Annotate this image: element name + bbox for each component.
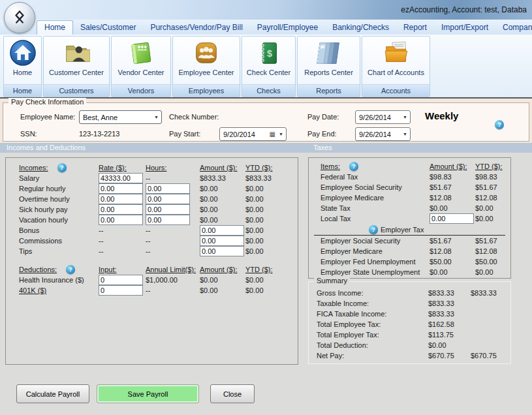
sick-hourly-hours-input[interactable]: [146, 204, 190, 215]
reports-center-button[interactable]: Reports Center: [298, 37, 360, 84]
summary-amount: $670.75: [428, 352, 471, 360]
income-hours: --: [146, 247, 200, 255]
summary-ytd: $833.33: [471, 289, 510, 297]
bonus-amount-input[interactable]: [200, 225, 244, 236]
regular-hourly-rate-input[interactable]: [99, 183, 143, 194]
employee-name-value: Best, Anne: [83, 114, 117, 121]
tax-ytd: $0.00: [475, 215, 510, 223]
tax-ytd: $50.00: [475, 258, 510, 266]
taxes-header-row: Items:? Amount ($): YTD ($):: [309, 161, 510, 172]
pay-end-select[interactable]: 9/26/2014 ▼: [355, 127, 411, 141]
overtime-hourly-hours-input[interactable]: [146, 194, 190, 204]
ssn-label: SSN:: [20, 130, 37, 138]
summary-row-net-pay: Net Pay: $670.75 $670.75: [309, 350, 510, 361]
pay-start-label: Pay Start:: [169, 130, 200, 138]
pay-frequency-label: Weekly: [425, 110, 458, 121]
income-amount: $0.00: [200, 206, 245, 213]
toolbar-group-checks: $ Check Center Checks: [242, 36, 296, 97]
tax-ytd: $12.08: [475, 247, 510, 255]
help-icon[interactable]: ?: [57, 163, 67, 172]
regular-hourly-hours-input[interactable]: [146, 183, 190, 194]
salary-rate-input[interactable]: [99, 173, 143, 183]
income-amount: $0.00: [200, 195, 245, 203]
app-menu-button[interactable]: [4, 2, 35, 33]
tax-amount: $50.00: [430, 258, 475, 266]
toolbar-group-caption-customers: Customers: [44, 84, 109, 97]
save-payroll-button[interactable]: Save Payroll: [97, 384, 199, 403]
income-label: Salary: [19, 174, 99, 182]
tax-label: Employer State Unemployment: [321, 268, 430, 276]
paycheck-group-title: Pay Check Information: [8, 98, 86, 106]
tax-label: Employer Fed Unemployment: [321, 258, 430, 266]
tab-banking-checks[interactable]: Banking/Checks: [325, 21, 396, 35]
income-ytd: $0.00: [245, 237, 298, 245]
tax-row-employer-social-security: Employer Social Security $51.67 $51.67: [309, 236, 510, 246]
401k-input[interactable]: [99, 285, 143, 296]
summary-label: Gross Income:: [317, 289, 428, 297]
deduction-annual-limit: $1,000.00: [146, 276, 200, 284]
tax-label: Employee Medicare: [321, 194, 430, 202]
vacation-hourly-rate-input[interactable]: [99, 215, 143, 225]
close-button[interactable]: Close: [210, 384, 255, 403]
tab-sales-customer[interactable]: Sales/Customer: [73, 21, 143, 35]
summary-label: Net Pay:: [317, 352, 428, 360]
summary-label: FICA Taxable Income:: [317, 310, 428, 318]
help-icon[interactable]: ?: [369, 225, 378, 234]
toolbar-group-caption-checks: Checks: [242, 84, 295, 97]
tab-payroll-employee[interactable]: Payroll/Employee: [250, 21, 325, 35]
summary-label: Total Deduction:: [317, 341, 428, 349]
hours-header: Hours:: [146, 164, 200, 172]
tab-purchases-vendor-pay-bill[interactable]: Purchases/Vendor/Pay Bill: [143, 21, 249, 35]
ytd-header: YTD ($):: [475, 162, 510, 170]
toolbar-group-customers: Customer Center Customers: [43, 36, 110, 97]
employee-name-select[interactable]: Best, Anne ▼: [79, 110, 162, 124]
chevron-down-icon: ▼: [400, 115, 410, 119]
income-ytd: $833.33: [245, 174, 298, 182]
tab-import-export[interactable]: Import/Export: [434, 21, 495, 35]
rate-header: Rate ($):: [99, 164, 146, 172]
vacation-hourly-hours-input[interactable]: [146, 215, 190, 225]
health-insurance-input[interactable]: [99, 275, 143, 285]
tab-company[interactable]: Company: [495, 21, 532, 35]
tab-report[interactable]: Report: [396, 21, 434, 35]
home-button[interactable]: Home: [4, 37, 41, 84]
tax-label: State Tax: [321, 204, 430, 212]
customer-center-button[interactable]: Customer Center: [44, 37, 109, 84]
income-label: Vacation hourly: [19, 216, 99, 224]
home-icon: [8, 38, 37, 67]
deduction-row-401k: 401K ($) -- $0.00 $0.00: [6, 285, 298, 296]
help-icon[interactable]: ?: [66, 265, 75, 274]
deduction-401k-link[interactable]: 401K ($): [19, 286, 99, 294]
tips-amount-input[interactable]: [200, 246, 244, 256]
income-row-vacation-hourly: Vacation hourly $0.00 $0.00: [6, 215, 298, 225]
calculate-payroll-button[interactable]: Calculate Payroll: [16, 384, 89, 403]
overtime-hourly-rate-input[interactable]: [99, 194, 143, 204]
chart-of-accounts-button[interactable]: Chart of Accounts: [362, 37, 430, 84]
summary-row-taxable-income: Taxable Income: $833.33: [309, 298, 510, 309]
pay-date-select[interactable]: 9/26/2014 ▼: [355, 110, 411, 124]
income-rate: --: [99, 237, 146, 245]
tax-label: Employer Medicare: [321, 247, 430, 255]
employee-center-button[interactable]: Employee Center: [173, 37, 240, 84]
chart-of-accounts-icon: [382, 38, 411, 67]
toolbar-button-label: Check Center: [247, 69, 290, 76]
deduction-label: Health Insurance ($): [19, 276, 99, 284]
amount-header: Amount ($):: [200, 164, 245, 172]
commissions-amount-input[interactable]: [200, 236, 244, 246]
calendar-icon: ▦: [270, 131, 275, 138]
summary-group: Summary Gross Income: $833.33 $833.33 Ta…: [308, 281, 511, 364]
tab-home[interactable]: Home: [37, 20, 73, 35]
help-icon[interactable]: ?: [349, 162, 358, 171]
summary-amount: $162.58: [428, 320, 471, 328]
tax-amount: $12.08: [430, 247, 475, 255]
toolbar-button-label: Home: [13, 69, 32, 76]
help-icon[interactable]: ?: [495, 120, 504, 129]
tax-amount: $51.67: [430, 237, 475, 245]
check-center-button[interactable]: $ Check Center: [242, 37, 295, 84]
pay-start-picker[interactable]: 9/20/2014 ▦ ▼: [219, 127, 287, 141]
vendor-center-button[interactable]: Vendor Center: [112, 37, 170, 84]
local-tax-input[interactable]: [430, 213, 474, 224]
sick-hourly-rate-input[interactable]: [99, 204, 143, 215]
income-rate: --: [99, 226, 146, 234]
income-row-sick-hourly-pay: Sick hourly pay $0.00 $0.00: [6, 204, 298, 215]
